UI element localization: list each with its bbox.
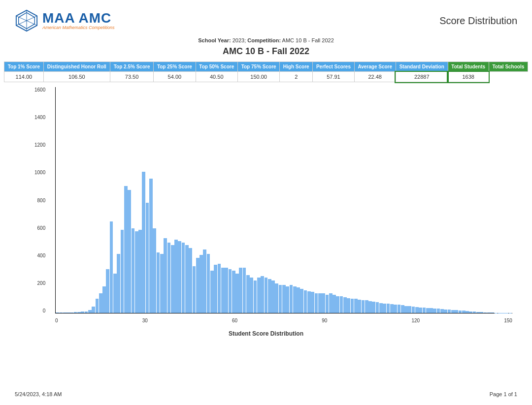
bar-37: [189, 248, 192, 313]
bar-94: [394, 305, 397, 313]
bar-30: [164, 238, 167, 313]
x-label-120: 120: [411, 318, 420, 323]
bar-16: [113, 274, 117, 313]
stats-table: Top 1% Score Distinguished Honor Roll To…: [4, 62, 528, 82]
bar-23: [138, 230, 142, 313]
bar-27: [153, 228, 156, 313]
td-total-students: 22887: [396, 72, 448, 82]
x-label-60: 60: [232, 318, 237, 323]
y-label-600: 600: [37, 225, 46, 231]
y-label-400: 400: [37, 253, 46, 258]
bar-72: [315, 293, 318, 313]
bar-104: [430, 308, 433, 313]
bar-111: [455, 310, 458, 313]
bar-44: [214, 265, 217, 313]
bar-31: [167, 243, 171, 313]
td-perfect: 2: [280, 72, 313, 82]
bar-113: [462, 311, 466, 313]
page-title: Score Distribution: [439, 15, 517, 27]
bar-82: [351, 299, 354, 313]
bar-116: [473, 312, 476, 313]
bar-102: [423, 308, 426, 313]
bar-119: [484, 312, 487, 313]
bar-54: [250, 278, 253, 313]
th-high: High Score: [280, 62, 313, 72]
bar-42: [207, 254, 210, 313]
bar-9: [88, 310, 92, 313]
bar-65: [290, 285, 293, 313]
x-label-0: 0: [55, 318, 58, 323]
bar-19: [124, 186, 128, 313]
td-total-schools: 1638: [448, 72, 489, 82]
bar-5: [74, 312, 77, 313]
x-label-90: 90: [322, 318, 327, 323]
bar-71: [311, 292, 314, 313]
bar-62: [279, 285, 282, 313]
y-label-200: 200: [37, 280, 46, 286]
bar-97: [404, 306, 408, 313]
bar-39: [196, 258, 200, 313]
footer: 5/24/2023, 4:18 AM Page 1 of 1: [15, 391, 517, 397]
bar-7: [81, 312, 84, 313]
bar-70: [307, 291, 311, 313]
bar-67: [297, 287, 300, 313]
bar-98: [408, 306, 411, 313]
y-label-1000: 1000: [34, 170, 45, 175]
bar-8: [85, 312, 88, 313]
page-header: MAA AMC American Mathematics Competition…: [0, 0, 532, 37]
bar-18: [121, 230, 124, 313]
bar-66: [293, 286, 297, 313]
bar-118: [480, 312, 483, 313]
bar-63: [282, 285, 286, 313]
y-label-1200: 1200: [34, 142, 45, 148]
bar-78: [336, 296, 339, 313]
bar-10: [92, 307, 95, 313]
th-total-students: Total Students: [448, 62, 489, 72]
bar-60: [271, 280, 275, 313]
x-label-150: 150: [504, 318, 512, 323]
td-high-score: 150.00: [237, 72, 279, 82]
bar-121: [491, 312, 494, 313]
bar-58: [265, 278, 268, 313]
th-total-schools: Total Schools: [489, 62, 528, 72]
bar-40: [200, 255, 203, 313]
th-top75pct: Top 50% Score: [196, 62, 237, 72]
bar-101: [419, 308, 422, 313]
bar-76: [329, 293, 332, 313]
school-year-label: School Year: 2023; Competition: AMC 10 B…: [198, 37, 334, 43]
bar-4: [70, 312, 73, 313]
stats-table-wrapper: Top 1% Score Distinguished Honor Roll To…: [0, 62, 532, 82]
bar-28: [157, 252, 160, 313]
bar-75: [326, 295, 329, 313]
bar-64: [286, 286, 289, 313]
td-avg: 57.91: [313, 72, 354, 82]
bar-12: [99, 293, 102, 313]
bar-48: [229, 269, 232, 313]
bar-26: [149, 179, 153, 313]
logo-sub-text: American Mathematics Competitions: [42, 25, 115, 30]
bar-14: [106, 269, 109, 313]
competition-title: AMC 10 B - Fall 2022: [0, 46, 532, 57]
maa-logo-icon: [15, 9, 38, 32]
th-perfect: Perfect Scores: [313, 62, 354, 72]
bar-81: [347, 298, 350, 313]
td-top25pct: 73.50: [110, 72, 153, 82]
bar-85: [362, 300, 365, 313]
bar-21: [132, 228, 135, 313]
bar-15: [110, 221, 113, 313]
td-std: 22.48: [354, 72, 396, 82]
bar-99: [412, 307, 415, 313]
bar-95: [398, 305, 401, 313]
bar-73: [318, 293, 322, 313]
bar-11: [96, 299, 99, 313]
y-axis: 0 200 400 600 800 1000 1200 1400 1600: [34, 87, 48, 313]
chart-container: 0 200 400 600 800 1000 1200 1400 1600 0 …: [0, 82, 532, 342]
bar-55: [254, 280, 257, 313]
td-dhr: 106.50: [43, 72, 110, 82]
bar-115: [469, 312, 472, 313]
bar-43: [210, 271, 214, 313]
bar-105: [433, 309, 436, 313]
bar-103: [426, 308, 430, 313]
bar-83: [354, 299, 358, 313]
bar-45: [218, 264, 221, 313]
